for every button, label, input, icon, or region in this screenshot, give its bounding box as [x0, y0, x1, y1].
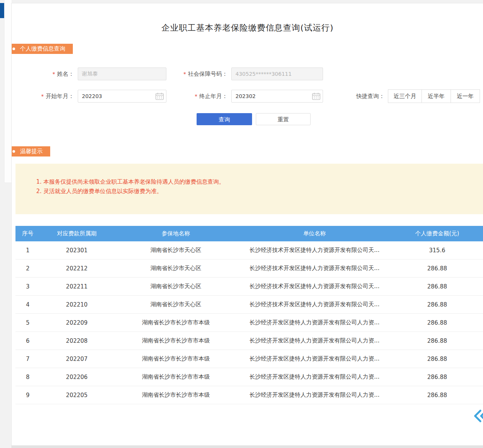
table-cell: 286.88: [391, 259, 483, 278]
table-cell: 286.88: [391, 368, 483, 386]
table-cell: 湖南省长沙市长沙市市本级: [114, 386, 238, 404]
table-cell: 9: [15, 386, 40, 404]
table-row: 1202301湖南省长沙市天心区长沙经济技术开发区捷特人力资源开发有限公司天..…: [15, 241, 483, 259]
table-cell: 2: [15, 259, 40, 278]
start-month-input[interactable]: [78, 90, 166, 103]
table-cell: 湖南省长沙市天心区: [114, 278, 238, 296]
table-cell: 湖南省长沙市天心区: [114, 241, 238, 259]
table-cell: 8: [15, 368, 40, 386]
section-label: 个人缴费信息查询: [20, 44, 65, 54]
col-header-period: 对应费款所属期: [40, 226, 114, 241]
table-cell: 3: [15, 278, 40, 296]
bullet-icon: [12, 150, 15, 153]
bullet-icon: [12, 48, 15, 50]
table-cell: 5: [15, 314, 40, 332]
quick-halfyear-button[interactable]: 近半年: [421, 89, 451, 103]
page-title: 企业职工基本养老保险缴费信息查询(试运行): [12, 22, 483, 34]
table-cell: 202212: [40, 259, 114, 278]
results-table-wrapper: 序号 对应费款所属期 参保地名称 单位名称 个人缴费金额(元) 1202301湖…: [15, 226, 483, 404]
ssn-label: *社会保障号码：: [163, 68, 228, 80]
table-cell: 202207: [40, 350, 114, 368]
table-row: 5202209湖南省长沙市长沙市市本级长沙经济开发区捷特人力资源开发有限公司人力…: [15, 314, 483, 332]
table-cell: 长沙经济开发区捷特人力资源开发有限公司人力资...: [238, 368, 391, 386]
table-cell: 202208: [40, 332, 114, 350]
table-cell: 6: [15, 332, 40, 350]
reset-button[interactable]: 重置: [256, 113, 311, 125]
table-cell: 202210: [40, 296, 114, 314]
col-header-index: 序号: [15, 226, 40, 241]
table-cell: 4: [15, 296, 40, 314]
required-mark: *: [183, 71, 186, 77]
quick-3months-button[interactable]: 近三个月: [388, 89, 422, 103]
table-cell: 286.88: [391, 332, 483, 350]
end-month-label: *终止年月：: [163, 90, 228, 103]
table-cell: 长沙经济开发区捷特人力资源开发有限公司人力资...: [238, 386, 391, 404]
required-mark: *: [52, 71, 55, 77]
table-row: 7202207湖南省长沙市长沙市市本级长沙经济开发区捷特人力资源开发有限公司人力…: [15, 350, 483, 368]
double-chevron-left-icon[interactable]: [472, 408, 483, 424]
table-cell: 202301: [40, 241, 114, 259]
name-input[interactable]: [78, 68, 166, 80]
table-cell: 长沙经济技术开发区捷特人力资源开发有限公司天...: [238, 296, 391, 314]
table-body: 1202301湖南省长沙市天心区长沙经济技术开发区捷特人力资源开发有限公司天..…: [15, 241, 483, 404]
col-header-employer: 单位名称: [238, 226, 391, 241]
col-header-amount: 个人缴费金额(元): [391, 226, 483, 241]
query-button[interactable]: 查询: [197, 113, 252, 125]
required-mark: *: [195, 93, 197, 99]
table-cell: 286.88: [391, 296, 483, 314]
table-cell: 湖南省长沙市天心区: [114, 259, 238, 278]
table-cell: 湖南省长沙市长沙市市本级: [114, 368, 238, 386]
section-header-tips: 温馨提示: [11, 146, 50, 156]
table-row: 6202208湖南省长沙市长沙市市本级长沙经济开发区捷特人力资源开发有限公司人力…: [15, 332, 483, 350]
table-cell: 长沙经济技术开发区捷特人力资源开发有限公司天...: [238, 259, 391, 278]
ssn-input[interactable]: [231, 68, 323, 80]
ribbon-fold: [11, 54, 12, 59]
section-header-personal-query: 个人缴费信息查询: [11, 44, 73, 54]
table-cell: 202211: [40, 278, 114, 296]
table-cell: 315.6: [391, 241, 483, 259]
table-header-row: 序号 对应费款所属期 参保地名称 单位名称 个人缴费金额(元): [15, 226, 483, 241]
required-mark: *: [41, 93, 44, 99]
tips-box: 1. 本服务仅提供尚未领取企业职工基本养老保险待遇人员的缴费信息查询。 2. 灵…: [15, 164, 483, 214]
table-cell: 长沙经济技术开发区捷特人力资源开发有限公司天...: [238, 241, 391, 259]
table-cell: 7: [15, 350, 40, 368]
left-side-strip: [4, 0, 12, 183]
quick-1year-button[interactable]: 近一年: [451, 89, 480, 103]
table-cell: 湖南省长沙市长沙市市本级: [114, 332, 238, 350]
tips-line: 2. 灵活就业人员的缴费单位信息以实际缴费为准。: [36, 187, 476, 196]
table-cell: 湖南省长沙市长沙市市本级: [114, 314, 238, 332]
table-row: 9202205湖南省长沙市长沙市市本级长沙经济开发区捷特人力资源开发有限公司人力…: [15, 386, 483, 404]
table-row: 3202211湖南省长沙市天心区长沙经济技术开发区捷特人力资源开发有限公司天..…: [15, 278, 483, 296]
table-cell: 286.88: [391, 386, 483, 404]
table-row: 4202210湖南省长沙市天心区长沙经济技术开发区捷特人力资源开发有限公司天..…: [15, 296, 483, 314]
table-cell: 湖南省长沙市长沙市市本级: [114, 350, 238, 368]
calendar-icon[interactable]: [312, 92, 320, 101]
horizontal-scrollbar[interactable]: [11, 445, 483, 448]
table-cell: 湖南省长沙市天心区: [114, 296, 238, 314]
table-cell: 286.88: [391, 278, 483, 296]
table-cell: 286.88: [391, 350, 483, 368]
col-header-insured-place: 参保地名称: [114, 226, 238, 241]
main-panel: 企业职工基本养老保险缴费信息查询(试运行) 个人缴费信息查询 *姓名： *社会保…: [11, 3, 483, 446]
results-table: 序号 对应费款所属期 参保地名称 单位名称 个人缴费金额(元) 1202301湖…: [15, 226, 483, 404]
table-cell: 长沙经济开发区捷特人力资源开发有限公司人力资...: [238, 332, 391, 350]
table-row: 2202212湖南省长沙市天心区长沙经济技术开发区捷特人力资源开发有限公司天..…: [15, 259, 483, 278]
start-month-label: *开始年月：: [27, 90, 74, 103]
end-month-input[interactable]: [231, 90, 323, 103]
name-label: *姓名：: [27, 68, 74, 80]
quick-query-label: 快捷查询：: [351, 89, 385, 103]
table-cell: 长沙经济开发区捷特人力资源开发有限公司人力资...: [238, 314, 391, 332]
table-cell: 长沙经济技术开发区捷特人力资源开发有限公司天...: [238, 278, 391, 296]
table-cell: 202205: [40, 386, 114, 404]
quick-query-group: 近三个月 近半年 近一年: [388, 89, 480, 103]
table-cell: 202209: [40, 314, 114, 332]
table-row: 8202206湖南省长沙市长沙市市本级长沙经济开发区捷特人力资源开发有限公司人力…: [15, 368, 483, 386]
tips-line: 1. 本服务仅提供尚未领取企业职工基本养老保险待遇人员的缴费信息查询。: [36, 177, 476, 187]
table-cell: 286.88: [391, 314, 483, 332]
table-cell: 202206: [40, 368, 114, 386]
section-label: 温馨提示: [20, 146, 43, 156]
ribbon-fold: [11, 156, 12, 161]
table-cell: 长沙经济开发区捷特人力资源开发有限公司人力资...: [238, 350, 391, 368]
table-cell: 1: [15, 241, 40, 259]
